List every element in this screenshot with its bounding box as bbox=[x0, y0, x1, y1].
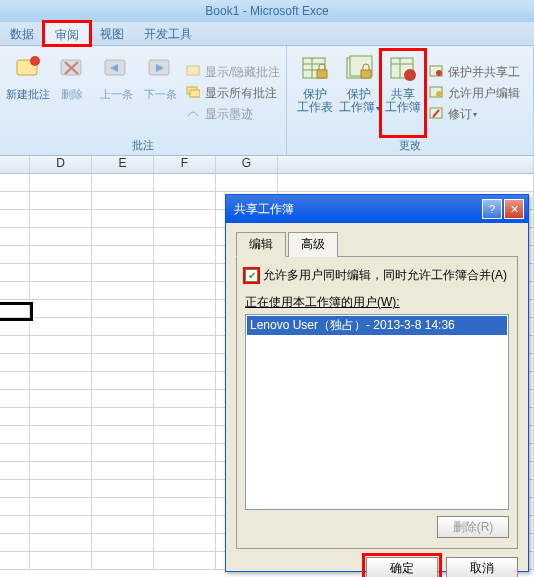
grid-cell[interactable] bbox=[30, 480, 92, 498]
grid-cell[interactable] bbox=[0, 264, 30, 282]
grid-cell[interactable] bbox=[92, 516, 154, 534]
grid-cell[interactable] bbox=[154, 336, 216, 354]
grid-cell[interactable] bbox=[154, 318, 216, 336]
grid-cell[interactable] bbox=[30, 300, 92, 318]
grid-cell[interactable] bbox=[0, 192, 30, 210]
grid-cell[interactable] bbox=[30, 534, 92, 552]
grid-cell[interactable] bbox=[30, 246, 92, 264]
grid-cell[interactable] bbox=[0, 498, 30, 516]
col-header-g[interactable]: G bbox=[216, 156, 278, 173]
grid-cell[interactable] bbox=[0, 408, 30, 426]
grid-cell[interactable] bbox=[92, 408, 154, 426]
grid-cell[interactable] bbox=[30, 516, 92, 534]
grid-cell[interactable] bbox=[30, 282, 92, 300]
grid-cell[interactable] bbox=[92, 372, 154, 390]
grid-cell[interactable] bbox=[154, 480, 216, 498]
grid-row[interactable] bbox=[0, 174, 534, 192]
grid-cell[interactable] bbox=[154, 246, 216, 264]
grid-cell[interactable] bbox=[0, 480, 30, 498]
grid-cell[interactable] bbox=[216, 174, 278, 192]
ok-button[interactable]: 确定 bbox=[366, 557, 438, 577]
col-header-f[interactable]: F bbox=[154, 156, 216, 173]
grid-cell[interactable] bbox=[0, 390, 30, 408]
allow-multi-user-checkbox[interactable]: ✔ bbox=[245, 269, 258, 282]
grid-cell[interactable] bbox=[30, 318, 92, 336]
grid-cell[interactable] bbox=[92, 462, 154, 480]
grid-cell[interactable] bbox=[154, 444, 216, 462]
grid-cell[interactable] bbox=[0, 354, 30, 372]
grid-cell[interactable] bbox=[154, 174, 216, 192]
grid-cell[interactable] bbox=[154, 300, 216, 318]
grid-cell[interactable] bbox=[154, 354, 216, 372]
cancel-button[interactable]: 取消 bbox=[446, 557, 518, 577]
dialog-titlebar[interactable]: 共享工作簿 ? ✕ bbox=[226, 195, 528, 223]
grid-cell[interactable] bbox=[0, 516, 30, 534]
grid-cell[interactable] bbox=[92, 210, 154, 228]
grid-cell[interactable] bbox=[30, 426, 92, 444]
grid-cell[interactable] bbox=[92, 552, 154, 570]
dialog-tab-advanced[interactable]: 高级 bbox=[288, 232, 338, 257]
grid-cell[interactable] bbox=[92, 228, 154, 246]
grid-cell[interactable] bbox=[0, 228, 30, 246]
grid-cell[interactable] bbox=[30, 354, 92, 372]
tab-view[interactable]: 视图 bbox=[90, 22, 134, 45]
grid-cell[interactable] bbox=[0, 444, 30, 462]
grid-cell[interactable] bbox=[154, 390, 216, 408]
col-header-d[interactable]: D bbox=[30, 156, 92, 173]
grid-cell[interactable] bbox=[30, 408, 92, 426]
grid-cell[interactable] bbox=[0, 372, 30, 390]
tab-developer[interactable]: 开发工具 bbox=[134, 22, 202, 45]
grid-cell[interactable] bbox=[92, 282, 154, 300]
dialog-tab-edit[interactable]: 编辑 bbox=[236, 232, 286, 257]
grid-cell[interactable] bbox=[154, 372, 216, 390]
grid-cell[interactable] bbox=[154, 498, 216, 516]
grid-cell[interactable] bbox=[0, 174, 30, 192]
grid-cell[interactable] bbox=[30, 192, 92, 210]
grid-cell[interactable] bbox=[92, 354, 154, 372]
col-header-e[interactable]: E bbox=[92, 156, 154, 173]
grid-cell[interactable] bbox=[92, 174, 154, 192]
grid-cell[interactable] bbox=[30, 462, 92, 480]
grid-cell[interactable] bbox=[92, 426, 154, 444]
user-list-item[interactable]: Lenovo User（独占）- 2013-3-8 14:36 bbox=[247, 316, 507, 335]
grid-cell[interactable] bbox=[30, 444, 92, 462]
grid-cell[interactable] bbox=[30, 336, 92, 354]
grid-cell[interactable] bbox=[154, 264, 216, 282]
allow-edit-button[interactable]: 允许用户编辑 bbox=[429, 85, 520, 102]
allow-multi-user-row[interactable]: ✔ 允许多用户同时编辑，同时允许工作簿合并(A) bbox=[245, 267, 509, 284]
grid-cell[interactable] bbox=[154, 408, 216, 426]
grid-cell[interactable] bbox=[92, 246, 154, 264]
grid-cell[interactable] bbox=[30, 210, 92, 228]
grid-cell[interactable] bbox=[30, 264, 92, 282]
grid-cell[interactable] bbox=[154, 462, 216, 480]
track-changes-button[interactable]: 修订▾ bbox=[429, 106, 520, 123]
tab-review[interactable]: 审阅 bbox=[44, 22, 90, 45]
grid-cell[interactable] bbox=[0, 462, 30, 480]
grid-cell[interactable] bbox=[30, 390, 92, 408]
grid-cell[interactable] bbox=[0, 534, 30, 552]
grid-cell[interactable] bbox=[0, 282, 30, 300]
grid-cell[interactable] bbox=[154, 210, 216, 228]
protect-workbook-button[interactable]: 保护工作簿▾ bbox=[337, 50, 381, 136]
grid-cell[interactable] bbox=[0, 246, 30, 264]
grid-cell[interactable] bbox=[30, 174, 92, 192]
grid-cell[interactable] bbox=[92, 300, 154, 318]
grid-cell[interactable] bbox=[92, 264, 154, 282]
users-listbox[interactable]: Lenovo User（独占）- 2013-3-8 14:36 bbox=[245, 314, 509, 510]
grid-cell[interactable] bbox=[92, 192, 154, 210]
share-workbook-button[interactable]: 共享工作簿 bbox=[381, 50, 425, 136]
grid-cell[interactable] bbox=[0, 552, 30, 570]
grid-cell[interactable] bbox=[0, 336, 30, 354]
grid-cell[interactable] bbox=[92, 498, 154, 516]
grid-cell[interactable] bbox=[30, 228, 92, 246]
grid-cell[interactable] bbox=[92, 534, 154, 552]
show-all-comments-button[interactable]: 显示所有批注 bbox=[186, 85, 280, 102]
grid-cell[interactable] bbox=[92, 390, 154, 408]
grid-cell[interactable] bbox=[278, 174, 534, 192]
protect-share-button[interactable]: 保护并共享工 bbox=[429, 64, 520, 81]
protect-sheet-button[interactable]: 保护工作表 bbox=[293, 50, 337, 136]
grid-cell[interactable] bbox=[154, 426, 216, 444]
grid-cell[interactable] bbox=[30, 552, 92, 570]
grid-cell[interactable] bbox=[92, 336, 154, 354]
grid-cell[interactable] bbox=[154, 228, 216, 246]
